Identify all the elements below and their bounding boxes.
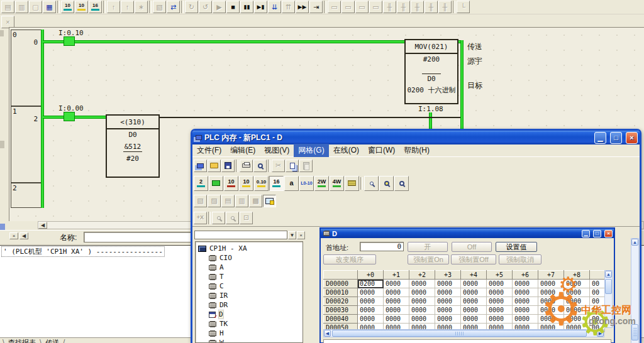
change-order-button[interactable]: 改变顺序 — [323, 254, 376, 264]
contact-i010[interactable] — [64, 36, 75, 46]
d-maximize-button[interactable]: □ — [593, 230, 601, 237]
rung-tool-button[interactable]: ▭ — [341, 1, 355, 13]
diff-monitor-up-button[interactable]: ↑ — [107, 1, 120, 13]
grid-cell-partial[interactable]: 00 — [590, 315, 605, 324]
tile-windows-button[interactable] — [194, 160, 207, 172]
grid-vertical-scrollbar[interactable]: ▲ — [604, 270, 613, 328]
monitor-decimal-button[interactable]: 10 — [61, 1, 74, 13]
grid-cell-partial[interactable]: 00 — [590, 280, 605, 288]
grid-cell[interactable]: 0000 — [358, 306, 384, 315]
grid-cell[interactable]: 0000 — [358, 288, 384, 297]
menu-编辑E[interactable]: 编辑(E) — [226, 144, 260, 157]
grid-cell[interactable]: 0000 — [409, 306, 435, 315]
find-address-button[interactable] — [226, 212, 239, 224]
transfer-to-plc-button[interactable]: ⇄ — [167, 1, 180, 13]
grid-cell[interactable]: 0000 — [384, 306, 409, 315]
off-button[interactable]: Off — [452, 242, 492, 252]
grid-cell[interactable]: 0000 — [384, 288, 409, 297]
grid-cell[interactable]: 0000 — [384, 280, 409, 288]
scroll-left-button[interactable]: ◀ — [324, 330, 331, 337]
compare-instruction-block[interactable]: <(310) D0 &512 #20 — [106, 114, 160, 178]
select-tool-button[interactable]: ▭ — [328, 1, 341, 13]
rung-margin-2[interactable]: 2 — [11, 183, 42, 208]
force-on-button[interactable]: 强制置On — [408, 254, 449, 264]
online-refresh-button[interactable]: ↻ — [185, 1, 198, 13]
offline-refresh-button[interactable]: ↺ — [199, 1, 212, 13]
monitor-button[interactable] — [263, 195, 276, 207]
grid-cell[interactable]: 0000 — [487, 306, 513, 315]
on-button[interactable]: 开 — [408, 242, 448, 252]
set-value-button[interactable]: 设置值 — [496, 242, 537, 252]
close-tree-button[interactable]: × — [297, 231, 305, 239]
rung-margin-0[interactable]: 0 0 — [11, 30, 42, 106]
scrollbar-thumb[interactable] — [605, 279, 612, 294]
scroll-up-button[interactable]: ▲ — [631, 239, 638, 246]
grid-cell[interactable]: 0000 — [487, 297, 513, 306]
scroll-right-button[interactable]: ▶ — [597, 330, 604, 337]
grid-cell[interactable]: 0000 — [564, 280, 590, 288]
grid-cell-partial[interactable]: 00 — [590, 288, 605, 297]
name-input[interactable] — [84, 232, 194, 242]
minimize-button[interactable]: ▁ — [594, 132, 606, 144]
memory-client-vertical-scrollbar[interactable]: ▲ — [631, 238, 639, 343]
save-button[interactable] — [221, 160, 235, 172]
monitor-signed-decimal-button[interactable]: 10 — [75, 1, 88, 13]
contact-no-button[interactable]: ╫ — [383, 1, 396, 13]
grid-cell[interactable]: 0000 — [461, 315, 487, 324]
grid-cell[interactable]: 0000 — [435, 306, 461, 315]
grid-cell[interactable]: 0000 — [564, 297, 590, 306]
menu-视图V[interactable]: 视图(V) — [260, 144, 294, 157]
menu-在线O[interactable]: 在线(O) — [329, 144, 364, 157]
grid-cell[interactable]: 0000 — [513, 288, 538, 297]
tree-item-tk[interactable]: TK — [198, 319, 303, 329]
plc-memory-window[interactable]: PLC 内存 - 新PLC1 - D ▁ □ × 文件(F)编辑(E)视图(V)… — [191, 129, 641, 343]
connect-line-button[interactable]: └ — [457, 1, 470, 13]
grid-cell[interactable]: 0000 — [409, 280, 435, 288]
word4-button[interactable]: 4W — [330, 176, 344, 191]
tree-item-d[interactable]: D — [198, 310, 303, 319]
tree-item-w[interactable]: W — [198, 338, 303, 343]
resize-rows-button[interactable] — [345, 176, 359, 191]
tree-item-ir[interactable]: IR — [198, 291, 303, 300]
fast-forward-button[interactable]: ▶▶ — [296, 1, 309, 13]
grid-cell[interactable]: 0000 — [461, 297, 487, 306]
tree-item-c[interactable]: C — [198, 281, 303, 291]
fill-button[interactable]: ▧ — [194, 195, 207, 207]
mov-instruction-block[interactable]: MOV(021) #200 D0 0200 十六进制 — [404, 39, 458, 104]
rung-margin-1[interactable]: 1 2 — [11, 106, 42, 183]
tree-item-dr[interactable]: DR — [198, 300, 303, 310]
grid-cell[interactable]: 0000 — [461, 288, 487, 297]
grid-cell[interactable]: 0000 — [564, 288, 590, 297]
grid-cell[interactable]: 0000 — [538, 315, 564, 324]
close-pane-button[interactable]: × — [9, 232, 18, 239]
memory-grid[interactable]: +0+1+2+3+4+5+6+7+8D000000200000000000000… — [323, 270, 605, 332]
grid-cell[interactable]: 0000 — [564, 315, 590, 324]
grid-cell[interactable]: 0000 — [358, 297, 384, 306]
hex-button[interactable]: 16 — [269, 176, 284, 191]
combo-dropdown-button[interactable]: ▼ — [288, 231, 296, 239]
menu-文件F[interactable]: 文件(F) — [192, 144, 226, 157]
text-button[interactable]: a — [284, 176, 299, 191]
grid-cell[interactable]: 0000 — [513, 306, 538, 315]
contact-i000[interactable] — [64, 112, 75, 121]
grid-cell[interactable]: 0000 — [435, 288, 461, 297]
maximize-button[interactable]: □ — [610, 132, 622, 144]
grid-cell[interactable]: 0000 — [564, 306, 590, 315]
cut-button[interactable]: ✂ — [272, 160, 285, 172]
run-button[interactable]: ▶ — [213, 1, 226, 13]
decimal-button[interactable]: 10 — [224, 176, 238, 191]
force-cancel-all-button[interactable]: +X — [194, 212, 207, 224]
run-to-end-button[interactable]: ⇥ — [309, 1, 323, 13]
grid-cell[interactable]: 0000 — [461, 280, 487, 288]
box-tool-button[interactable]: ▭ — [369, 1, 382, 13]
form-button[interactable]: ▥ — [15, 1, 28, 13]
print-button[interactable] — [240, 160, 253, 172]
scroll-left-button[interactable]: ◀ — [38, 222, 47, 229]
find-value-button[interactable] — [212, 212, 225, 224]
grid-cell[interactable]: 0000 — [384, 297, 409, 306]
collapse-pane-button[interactable]: ◀ — [19, 232, 28, 239]
force-off-button[interactable]: 强制置Off — [451, 254, 496, 264]
diff-monitor-clear-button[interactable]: ∗ — [135, 1, 148, 13]
d-window-titlebar[interactable]: D ▁ □ × — [321, 229, 614, 238]
step-run-button[interactable]: ▶▮ — [254, 1, 267, 13]
